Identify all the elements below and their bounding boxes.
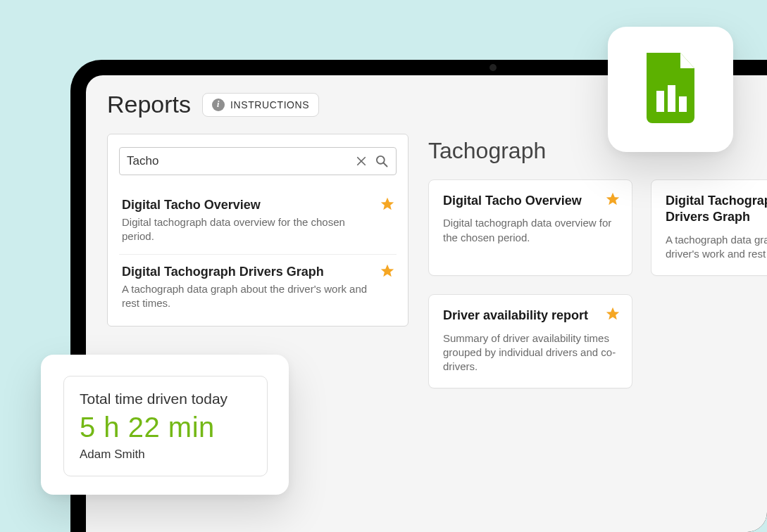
star-icon[interactable] (605, 306, 621, 324)
report-card-desc: Digital tachograph data overview for the… (443, 216, 618, 245)
report-card-desc: A tachograph data graph about the driver… (666, 233, 767, 262)
search-input[interactable] (127, 154, 355, 168)
report-card[interactable]: Digital Tacho Overview Digital tachograp… (428, 179, 632, 276)
instructions-button[interactable]: i INSTRUCTIONS (202, 93, 319, 117)
search-icon[interactable] (375, 154, 389, 168)
section-column: Tachograph Digital Tacho Overview Digita… (428, 134, 767, 388)
icon-float-card (608, 27, 733, 152)
info-icon: i (212, 99, 225, 111)
stat-value: 5 h 22 min (80, 412, 251, 443)
report-card-title: Driver availability report (443, 308, 618, 324)
clear-icon[interactable] (355, 155, 368, 167)
instructions-label: INSTRUCTIONS (230, 99, 309, 110)
search-result-desc: A tachograph data graph about the driver… (122, 282, 394, 311)
report-card[interactable]: Digital Tachograph Drivers Graph A tacho… (651, 179, 767, 276)
svg-rect-11 (679, 96, 687, 112)
stat-card: Total time driven today 5 h 22 min Adam … (63, 376, 268, 476)
star-icon[interactable] (380, 263, 395, 281)
star-icon[interactable] (605, 191, 621, 210)
svg-marker-4 (381, 198, 394, 210)
report-card-title: Digital Tachograph Drivers Graph (666, 193, 767, 226)
report-card-title: Digital Tacho Overview (443, 193, 618, 209)
svg-line-3 (384, 163, 387, 167)
svg-marker-8 (606, 308, 619, 319)
laptop-notch (444, 60, 542, 75)
svg-marker-5 (381, 264, 394, 276)
search-result[interactable]: Digital Tacho Overview Digital tachograp… (119, 188, 397, 255)
search-result-desc: Digital tachograph data overview for the… (122, 215, 394, 244)
svg-rect-10 (668, 85, 675, 112)
stat-label: Total time driven today (80, 391, 251, 407)
star-icon[interactable] (380, 196, 395, 215)
file-chart-icon (640, 53, 701, 126)
search-box[interactable] (119, 147, 397, 175)
search-panel: Digital Tacho Overview Digital tachograp… (107, 134, 409, 327)
card-grid: Digital Tacho Overview Digital tachograp… (428, 179, 767, 388)
svg-marker-6 (606, 193, 619, 205)
report-card-desc: Summary of driver availability times gro… (443, 331, 618, 374)
search-result[interactable]: Digital Tachograph Drivers Graph A tacho… (119, 255, 397, 321)
stat-float-card: Total time driven today 5 h 22 min Adam … (41, 355, 289, 495)
svg-rect-9 (656, 91, 664, 112)
report-card[interactable]: Driver availability report Summary of dr… (428, 294, 632, 388)
stat-driver: Adam Smith (80, 448, 251, 462)
search-result-title: Digital Tachograph Drivers Graph (122, 265, 394, 279)
search-result-title: Digital Tacho Overview (122, 198, 394, 213)
page-title: Reports (107, 91, 191, 118)
